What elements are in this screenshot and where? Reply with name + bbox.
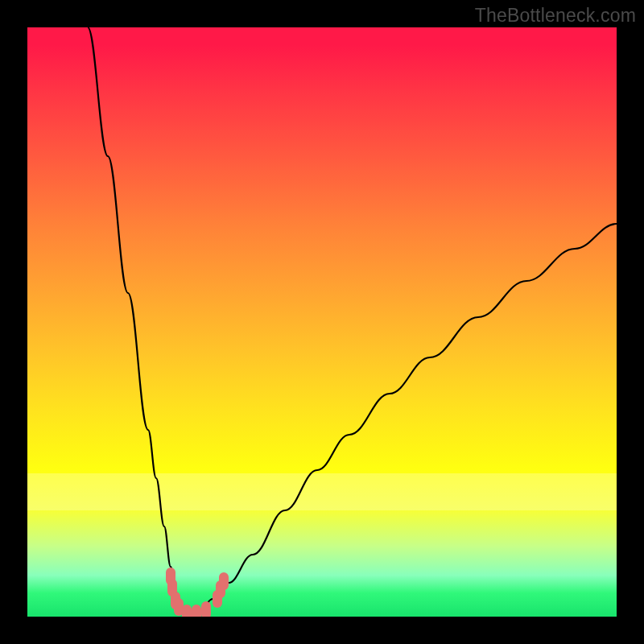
data-marker xyxy=(201,601,211,617)
data-marker xyxy=(219,572,229,590)
plot-area xyxy=(27,27,617,617)
chart-frame: TheBottleneck.com xyxy=(0,0,644,644)
marker-layer xyxy=(166,568,229,617)
data-marker xyxy=(192,605,201,617)
bottleneck-curve xyxy=(88,27,617,613)
watermark-text: TheBottleneck.com xyxy=(475,5,636,27)
chart-svg xyxy=(27,27,617,617)
data-marker xyxy=(182,605,192,617)
